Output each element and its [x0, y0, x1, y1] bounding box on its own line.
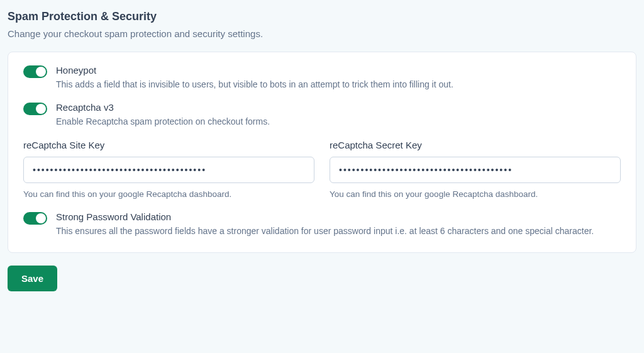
toggle-knob: [36, 213, 46, 223]
recaptcha-toggle[interactable]: [23, 103, 47, 115]
recaptcha-keys-row: reCaptcha Site Key You can find this on …: [23, 140, 621, 199]
recaptcha-label: Recaptcha v3: [56, 102, 621, 113]
site-key-field: reCaptcha Site Key You can find this on …: [23, 140, 314, 199]
toggle-knob: [36, 67, 46, 77]
site-key-input[interactable]: [23, 157, 314, 183]
toggle-knob: [36, 104, 46, 114]
recaptcha-setting: Recaptcha v3 Enable Recaptcha spam prote…: [23, 102, 621, 128]
secret-key-hint: You can find this on your google Recaptc…: [330, 189, 621, 199]
strong-password-text: Strong Password Validation This ensures …: [56, 211, 621, 237]
secret-key-field: reCaptcha Secret Key You can find this o…: [330, 140, 621, 199]
recaptcha-description: Enable Recaptcha spam protection on chec…: [56, 115, 621, 128]
site-key-label: reCaptcha Site Key: [23, 140, 314, 150]
site-key-hint: You can find this on your google Recaptc…: [23, 189, 314, 199]
honeypot-text: Honeypot This adds a field that is invis…: [56, 65, 621, 91]
honeypot-description: This adds a field that is invisible to u…: [56, 78, 621, 91]
strong-password-setting: Strong Password Validation This ensures …: [23, 211, 621, 237]
honeypot-toggle[interactable]: [23, 65, 47, 78]
settings-card: Honeypot This adds a field that is invis…: [8, 52, 636, 253]
recaptcha-text: Recaptcha v3 Enable Recaptcha spam prote…: [56, 102, 621, 128]
page-title: Spam Protection & Security: [8, 10, 636, 23]
page-subtitle: Change your checkout spam protection and…: [8, 28, 636, 39]
honeypot-label: Honeypot: [56, 65, 621, 76]
strong-password-toggle[interactable]: [23, 212, 47, 225]
save-button[interactable]: Save: [8, 266, 57, 291]
strong-password-label: Strong Password Validation: [56, 211, 621, 222]
honeypot-setting: Honeypot This adds a field that is invis…: [23, 65, 621, 91]
secret-key-label: reCaptcha Secret Key: [330, 140, 621, 150]
strong-password-description: This ensures all the password fields hav…: [56, 225, 621, 237]
secret-key-input[interactable]: [330, 157, 621, 183]
